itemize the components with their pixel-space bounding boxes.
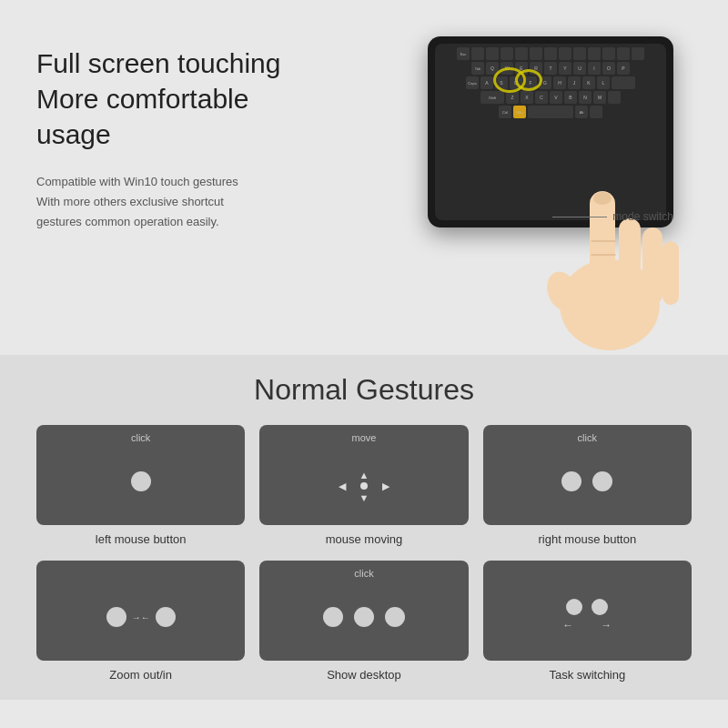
hand-container [519, 136, 701, 355]
gesture-box-zoom: →← [36, 561, 245, 661]
dot-s2 [354, 607, 374, 627]
dot-s3 [385, 607, 405, 627]
gesture-box-show-desktop: click [259, 561, 468, 661]
task-arrow-right: → [601, 619, 612, 632]
gesture-card-left-mouse: click left mouse button [36, 425, 245, 546]
action-label-mouse-move: move [352, 432, 377, 443]
dot-r1 [561, 471, 581, 491]
section-title: Normal Gestures [36, 373, 692, 407]
gesture-overlay [480, 60, 553, 106]
dot-1 [131, 471, 151, 491]
svg-point-6 [593, 192, 612, 205]
top-title: Full screen touching More comfortable us… [36, 46, 328, 152]
mode-switch-line [552, 217, 607, 217]
label-left-mouse: left mouse button [96, 532, 187, 546]
dots-right-mouse [561, 471, 612, 491]
task-switching-visual: ← → [562, 599, 612, 632]
task-dots-row [566, 599, 608, 615]
hand-svg [519, 136, 701, 355]
gesture-card-task-switching: ← → Task switching [483, 561, 692, 682]
gesture-circle-2 [515, 69, 542, 91]
bottom-section: Normal Gestures click left mouse button … [0, 355, 728, 700]
gesture-card-mouse-move: move ▲ ◀ ▶ ▼ mouse moving [259, 425, 468, 546]
top-text: Full screen touching More comfortable us… [36, 27, 328, 232]
gesture-box-right-mouse: click [483, 425, 692, 525]
label-right-mouse: right mouse button [538, 532, 636, 546]
dot-t1 [566, 599, 582, 615]
gesture-box-task-switching: ← → [483, 561, 692, 661]
svg-rect-2 [590, 191, 615, 300]
gesture-card-zoom: →← Zoom out/in [36, 561, 245, 682]
top-image: Esc Tab QWE RTY UIO P Caps [328, 27, 692, 355]
gestures-grid: click left mouse button move ▲ ◀ ▶ [36, 425, 692, 682]
gesture-box-mouse-move: move ▲ ◀ ▶ ▼ [259, 425, 468, 525]
gesture-box-left-mouse: click [36, 425, 245, 525]
action-label-show-desktop: click [354, 568, 373, 579]
svg-rect-4 [642, 228, 662, 305]
action-label-left-mouse: click [131, 432, 150, 443]
dot-z2 [156, 607, 176, 627]
dot-s1 [323, 607, 343, 627]
dots-show-desktop [323, 607, 405, 627]
dot-z1 [106, 607, 126, 627]
svg-rect-3 [619, 218, 641, 305]
action-label-right-mouse: click [578, 432, 597, 443]
dot-t2 [592, 599, 608, 615]
task-arrow-left: ← [562, 619, 573, 632]
gesture-card-show-desktop: click Show desktop [259, 561, 468, 682]
dots-left-mouse [131, 471, 151, 491]
top-description: Compatible with Win10 touch gestures Wit… [36, 172, 328, 232]
dot-r2 [592, 471, 612, 491]
label-zoom: Zoom out/in [109, 668, 172, 682]
move-arrows: ▲ ◀ ▶ ▼ [339, 460, 389, 503]
label-task-switching: Task switching [549, 668, 625, 682]
gesture-card-right-mouse: click right mouse button [483, 425, 692, 546]
mode-switch-label: mode switch [552, 210, 673, 223]
svg-rect-5 [662, 241, 679, 305]
label-show-desktop: Show desktop [327, 668, 401, 682]
top-section: Full screen touching More comfortable us… [0, 0, 728, 355]
task-arrows-row: ← → [562, 619, 612, 632]
zoom-gesture: →← [106, 607, 176, 627]
label-mouse-move: mouse moving [326, 532, 403, 546]
